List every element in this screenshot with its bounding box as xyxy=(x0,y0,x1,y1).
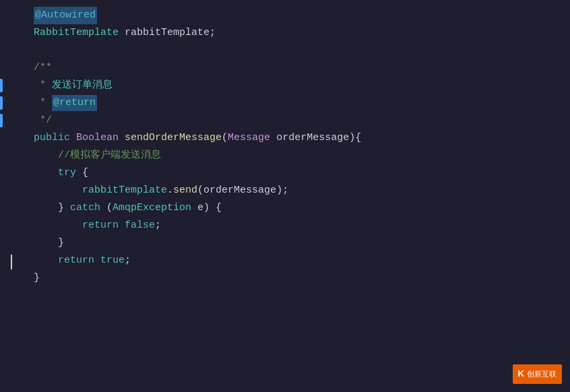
gutter-line xyxy=(0,164,22,182)
code-line-15: return true ; xyxy=(34,252,557,269)
code-line-10: try { xyxy=(34,164,557,182)
close-catch: } xyxy=(34,235,64,251)
gutter-line xyxy=(0,7,22,24)
gutter-line xyxy=(0,77,22,94)
code-line-1: @Autowired xyxy=(34,7,557,24)
gutter-line xyxy=(0,269,22,287)
gutter-line xyxy=(0,199,22,217)
gutter-line xyxy=(0,59,22,77)
paren-open: ( xyxy=(222,130,228,146)
at-return: @return xyxy=(52,95,97,111)
watermark-text: 创新互联 xyxy=(527,368,557,381)
code-line-8: public Boolean sendOrderMessage ( Messag… xyxy=(34,129,557,147)
method-name: sendOrderMessage xyxy=(125,130,222,146)
gutter-line xyxy=(0,217,22,234)
space2 xyxy=(119,130,125,146)
call-close: ); xyxy=(276,183,288,199)
code-line-2: RabbitTemplate rabbitTemplate; xyxy=(34,24,557,42)
call-open: ( xyxy=(197,183,203,199)
space1 xyxy=(70,130,76,146)
javadoc-open: /** xyxy=(34,60,52,76)
kw-return1: return xyxy=(82,218,119,234)
annotation-autowired: @Autowired xyxy=(34,7,97,24)
code-line-4: /** xyxy=(34,59,557,77)
watermark-icon: K xyxy=(518,367,524,381)
code-line-13: return false ; xyxy=(34,217,557,234)
rabbit-var: rabbitTemplate xyxy=(82,183,167,199)
line-numbers xyxy=(0,7,27,287)
type-boolean: Boolean xyxy=(76,130,119,146)
code-line-11: rabbitTemplate . send ( orderMessage ); xyxy=(34,182,557,199)
exception-class: AmqpException xyxy=(113,200,191,216)
close-method: } xyxy=(34,270,40,286)
gutter-line xyxy=(0,147,22,164)
inline-comment: //模拟客户端发送消息 xyxy=(34,148,161,164)
javadoc-line1: * xyxy=(34,77,52,94)
space-try: { xyxy=(76,165,88,181)
arg-name: orderMessage xyxy=(203,183,276,199)
dot: . xyxy=(167,183,173,199)
code-line-3 xyxy=(34,42,557,59)
gutter-line xyxy=(0,182,22,199)
paren-close: ){ xyxy=(349,130,361,146)
var-name: rabbitTemplate; xyxy=(119,25,216,41)
javadoc-close: */ xyxy=(34,112,52,129)
send-method: send xyxy=(173,183,197,199)
kw-return2: return xyxy=(58,253,94,269)
indent1 xyxy=(34,165,58,181)
gutter-line xyxy=(0,129,22,147)
code-line-14: } xyxy=(34,234,557,252)
code-line-5: * 发送订单消息 xyxy=(34,77,557,94)
code-line-6: * @return xyxy=(34,94,557,112)
code-area: @Autowired RabbitTemplate rabbitTemplate… xyxy=(0,0,570,294)
space-true xyxy=(94,253,100,269)
javadoc-text1: 发送订单消息 xyxy=(52,77,113,94)
code-editor: @Autowired RabbitTemplate rabbitTemplate… xyxy=(0,0,570,392)
val-false: false xyxy=(125,218,155,234)
semi2: ; xyxy=(125,253,131,269)
gutter-line xyxy=(0,24,22,42)
space-false xyxy=(119,218,125,234)
indent2 xyxy=(34,183,82,199)
indent3 xyxy=(34,200,58,216)
semi1: ; xyxy=(155,218,161,234)
close-try: } xyxy=(58,200,70,216)
kw-catch: catch xyxy=(70,200,100,216)
param-type: Message xyxy=(228,130,270,146)
code-line-16: } xyxy=(34,269,557,287)
indent5 xyxy=(34,253,58,269)
gutter-line xyxy=(0,94,22,112)
kw-public: public xyxy=(34,130,70,146)
gutter-line xyxy=(0,112,22,129)
space-catch: ( xyxy=(100,200,113,216)
param-name: orderMessage xyxy=(270,130,349,146)
type-rabbit: RabbitTemplate xyxy=(34,25,119,41)
code-line-7: */ xyxy=(34,112,557,129)
exception-var: e) { xyxy=(191,200,222,216)
code-line-9: //模拟客户端发送消息 xyxy=(34,147,557,164)
code-content: @Autowired RabbitTemplate rabbitTemplate… xyxy=(27,7,570,287)
code-line-12: } catch ( AmqpException e) { xyxy=(34,199,557,217)
val-true: true xyxy=(100,253,125,269)
watermark: K 创新互联 xyxy=(513,364,562,384)
indent4 xyxy=(34,218,82,234)
gutter-line xyxy=(0,234,22,252)
kw-try: try xyxy=(58,165,76,181)
gutter-line xyxy=(0,42,22,59)
javadoc-line2: * xyxy=(34,95,52,111)
